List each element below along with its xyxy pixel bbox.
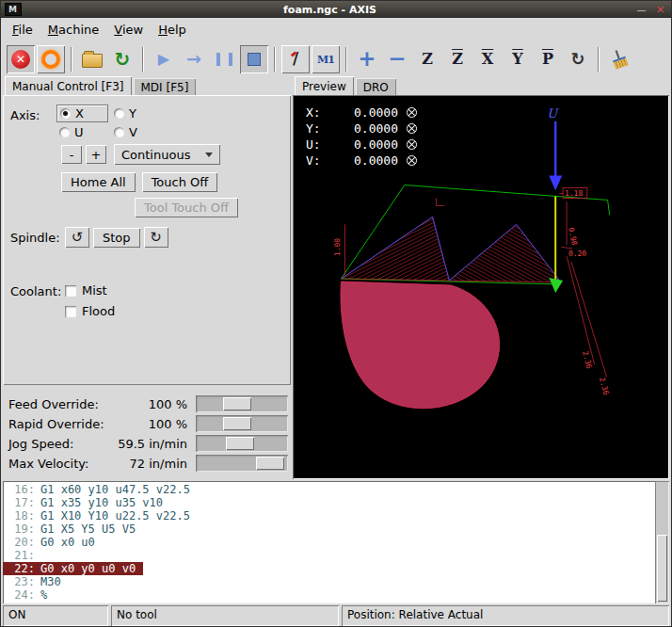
side-view-icon: X — [482, 52, 493, 67]
open-folder-icon — [82, 54, 103, 68]
open-file-button[interactable] — [78, 45, 106, 73]
home-all-button[interactable]: Home All — [61, 172, 136, 192]
dro-readout: U:0.0000 — [306, 137, 417, 153]
slider-handle[interactable] — [223, 397, 251, 410]
menubar: FileMachineViewHelp — [1, 18, 671, 41]
zoom-in-icon — [358, 48, 376, 70]
dropdown-arrow-icon — [205, 153, 213, 157]
estop-button[interactable] — [7, 45, 35, 73]
gcode-line-text: G0 x0 u0 — [40, 536, 95, 549]
manual-control-panel: Axis: XYUV - + Continuous Home All Touch… — [3, 95, 291, 385]
gcode-line[interactable]: 16:G1 x60 y10 u47.5 v22.5 — [3, 483, 198, 496]
slider-trough[interactable] — [196, 435, 288, 452]
gcode-line[interactable]: 23:M30 — [3, 575, 69, 588]
axis-radio-v[interactable]: V — [114, 125, 168, 139]
tab-dro[interactable]: DRO — [356, 78, 396, 95]
touch-off-button[interactable]: Touch Off — [142, 172, 218, 192]
titlebar[interactable]: foam.ngc - AXIS — ✕ — [1, 1, 671, 18]
spindle-cw-icon — [150, 231, 162, 245]
gcode-scrollbar[interactable] — [655, 481, 669, 603]
minimize-button[interactable]: — — [634, 4, 648, 16]
coolant-checkbox-mist[interactable]: Mist — [65, 283, 115, 297]
preview-canvas[interactable]: X:0.0000Y:0.0000U:0.0000V:0.0000 — [293, 95, 669, 479]
view-front-button[interactable]: Y — [504, 45, 532, 73]
tab-manual-control[interactable]: Manual Control [F3] — [5, 76, 132, 95]
rotated-top-view-icon: Z — [452, 52, 463, 67]
gcode-line[interactable]: 22:G0 x0 y0 u0 v0 — [3, 562, 143, 575]
reload-file-button[interactable] — [108, 45, 136, 73]
dim-label: 1.00 — [333, 238, 342, 256]
slider-value: 59.5 in/min — [118, 437, 187, 451]
slider-trough[interactable] — [196, 455, 288, 472]
jog-minus-button[interactable]: - — [61, 145, 82, 164]
stop-button[interactable] — [240, 45, 268, 73]
menu-machine[interactable]: Machine — [40, 20, 106, 40]
home-row: Home All Touch Off — [61, 172, 217, 192]
gcode-line-number: 23: — [3, 575, 35, 588]
menu-help[interactable]: Help — [151, 20, 194, 40]
gcode-line-number: 19: — [3, 522, 35, 536]
jog-plus-button[interactable]: + — [86, 145, 106, 164]
view-side-button[interactable]: X — [473, 45, 502, 73]
zoom-in-button[interactable] — [353, 45, 381, 73]
rotate-view-button[interactable] — [564, 45, 592, 73]
view-top-button[interactable]: Z — [413, 45, 441, 73]
spindle-ccw-button[interactable] — [65, 227, 89, 248]
gcode-listing[interactable]: 16:G1 x60 y10 u47.5 v22.517:G1 x35 y10 u… — [3, 481, 669, 603]
toolbar-separator — [598, 47, 600, 72]
coolant-row: Coolant: MistFlood — [10, 283, 115, 318]
slider-handle[interactable] — [226, 437, 254, 450]
override-sliders: Feed Override:100 %Rapid Override:100 %J… — [3, 394, 291, 474]
slider-handle[interactable] — [256, 457, 284, 470]
tool-touch-off-button[interactable]: Tool Touch Off — [135, 198, 238, 217]
zoom-out-button[interactable] — [383, 45, 411, 73]
view-rotated-top-button[interactable]: Z — [443, 45, 472, 73]
gcode-line[interactable]: 21: — [3, 549, 48, 562]
gcode-line[interactable]: 24:% — [3, 588, 55, 602]
spindle-cw-button[interactable] — [144, 227, 168, 248]
window-icon — [5, 3, 22, 16]
menu-view[interactable]: View — [106, 20, 151, 40]
machine-power-button[interactable] — [37, 45, 65, 73]
skip-lines-button[interactable] — [281, 45, 310, 73]
dro-axis-label: V: — [306, 153, 328, 168]
gcode-line[interactable]: 18:G1 X10 Y10 u22.5 v22.5 — [3, 509, 198, 522]
menu-file[interactable]: File — [5, 20, 40, 40]
run-step-button[interactable] — [180, 45, 208, 73]
axis-radio-y[interactable]: Y — [114, 106, 168, 121]
right-tabs: Preview DRO — [293, 76, 669, 95]
coolant-label: Coolant: — [10, 283, 65, 318]
spindle-stop-button[interactable]: Stop — [93, 228, 140, 248]
run-program-button[interactable] — [150, 45, 178, 73]
gcode-line[interactable]: 19:G1 X5 Y5 U5 V5 — [3, 522, 143, 536]
slider-row: Max Velocity:72 in/min — [3, 454, 291, 474]
axis-radio-u[interactable]: U — [59, 125, 114, 139]
u-axis-label: U — [547, 106, 559, 121]
coolant-checkbox-flood[interactable]: Flood — [65, 304, 115, 318]
slider-trough[interactable] — [196, 415, 288, 432]
gcode-line-text: G1 x60 y10 u47.5 v22.5 — [40, 483, 190, 496]
stop-icon — [248, 53, 261, 66]
jog-mode-dropdown[interactable]: Continuous — [114, 144, 220, 165]
toolbar: ZZXYP — [1, 41, 671, 76]
tab-mdi[interactable]: MDI [F5] — [134, 78, 197, 95]
close-button[interactable]: ✕ — [653, 4, 667, 16]
view-perspective-button[interactable]: P — [534, 45, 562, 73]
axis-option-label: Y — [129, 106, 136, 121]
gcode-line[interactable]: 17:G1 x35 y10 u35 v10 — [3, 496, 170, 509]
axis-option-label: X — [75, 106, 84, 121]
jog-mode-value: Continuous — [121, 148, 190, 162]
unhomed-icon — [407, 123, 417, 134]
gcode-line[interactable]: 20:G0 x0 u0 — [3, 536, 103, 549]
axis-radio-x[interactable]: X — [56, 104, 108, 122]
pause-button[interactable] — [210, 45, 238, 73]
slider-trough[interactable] — [196, 395, 288, 412]
tab-preview[interactable]: Preview — [295, 76, 354, 95]
clear-plot-button[interactable] — [605, 45, 633, 73]
right-column: Preview DRO X:0.0000Y:0.0000U:0.0000V:0.… — [293, 76, 669, 479]
optional-pause-button[interactable] — [312, 45, 340, 73]
scrollbar-thumb[interactable] — [657, 535, 667, 602]
coolant-options: MistFlood — [65, 283, 115, 318]
gcode-line-number: 16: — [3, 483, 35, 496]
slider-handle[interactable] — [223, 417, 251, 430]
